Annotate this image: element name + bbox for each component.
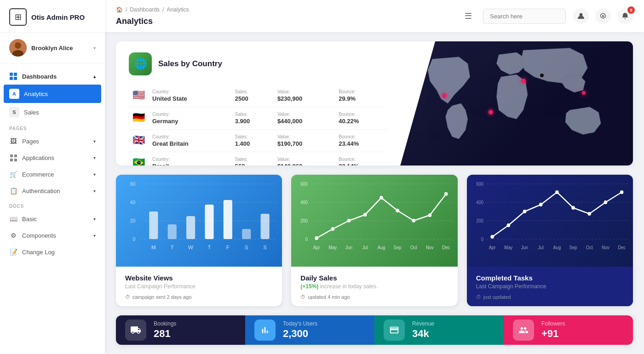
svg-rect-23 xyxy=(205,205,213,239)
breadcrumb-sep2: / xyxy=(162,6,164,13)
clock-icon: ⏱ xyxy=(476,294,481,300)
sidebar-user[interactable]: Brooklyn Alice ▾ xyxy=(0,33,105,63)
flag-icon: 🇩🇪 xyxy=(132,112,145,123)
svg-text:Jun: Jun xyxy=(521,245,528,250)
svg-text:W: W xyxy=(188,245,193,250)
svg-text:200: 200 xyxy=(301,218,308,223)
sidebar-item-sales[interactable]: S Sales xyxy=(0,103,105,121)
menu-icon[interactable]: ☰ xyxy=(461,11,476,21)
sidebar-item-components[interactable]: ⚙ Components ▾ xyxy=(0,227,105,244)
breadcrumb-sep: / xyxy=(126,6,127,13)
svg-rect-5 xyxy=(10,77,13,80)
table-row: 🇧🇷 Country: Brasil Sales: 562 Value: xyxy=(129,152,387,166)
svg-text:0: 0 xyxy=(305,237,308,242)
svg-point-47 xyxy=(396,209,400,212)
sidebar-item-basic[interactable]: 📖 Basic ▾ xyxy=(0,211,105,227)
basic-icon: 📖 xyxy=(9,215,17,223)
svg-rect-22 xyxy=(186,216,195,239)
svg-rect-25 xyxy=(242,229,251,239)
sidebar-item-ecommerce[interactable]: 🛒 Ecommerce ▾ xyxy=(0,166,105,183)
svg-text:Aug: Aug xyxy=(553,245,561,250)
website-views-card: 60 40 20 0 M T xyxy=(116,175,282,306)
svg-text:Oct: Oct xyxy=(410,245,417,250)
svg-text:Aug: Aug xyxy=(378,245,385,250)
svg-point-72 xyxy=(555,190,559,194)
pages-section-label: PAGES xyxy=(0,121,105,133)
home-icon: 🏠 xyxy=(116,6,123,13)
sidebar-item-label: Sales xyxy=(24,109,39,116)
sidebar-item-analytics[interactable]: A Analytics xyxy=(4,85,101,103)
sidebar-nav: Dashboards ▴ A Analytics S Sales PAGES 🖼… xyxy=(0,63,105,354)
profile-button[interactable] xyxy=(573,8,589,24)
svg-text:Nov: Nov xyxy=(602,245,610,250)
svg-point-48 xyxy=(412,219,416,223)
svg-rect-4 xyxy=(14,73,17,76)
svg-rect-8 xyxy=(14,154,17,157)
completed-tasks-card: 600 400 200 0 Apr xyxy=(467,175,633,306)
logo-icon: ⊞ xyxy=(9,8,27,26)
svg-point-46 xyxy=(380,196,383,200)
analytics-letter: A xyxy=(9,89,19,99)
highlight-text: (+15%) xyxy=(300,283,318,290)
chevron-down-icon: ▾ xyxy=(93,172,96,177)
chart-meta: ⏱ updated 4 min ago xyxy=(300,294,448,300)
sidebar: ⊞ Otis Admin PRO Brooklyn Alice ▾ xyxy=(0,0,105,354)
bookings-icon xyxy=(125,320,146,341)
svg-text:400: 400 xyxy=(476,200,483,205)
sidebar-item-applications[interactable]: Applications ▾ xyxy=(0,149,105,166)
svg-text:M: M xyxy=(151,245,156,250)
svg-rect-6 xyxy=(14,77,17,80)
stat-value: 2,300 xyxy=(283,328,317,340)
chevron-down-icon: ▾ xyxy=(93,233,96,238)
sidebar-item-label: Pages xyxy=(22,138,39,145)
svg-point-50 xyxy=(444,192,448,196)
svg-text:20: 20 xyxy=(130,218,136,223)
sidebar-item-label: Basic xyxy=(22,216,37,223)
ecommerce-icon: 🛒 xyxy=(9,170,17,178)
svg-point-43 xyxy=(331,227,335,231)
chart-title: Daily Sales xyxy=(300,274,448,282)
sidebar-item-dashboards[interactable]: Dashboards ▴ xyxy=(0,68,105,85)
sidebar-item-label: Applications xyxy=(22,154,54,161)
chart-subtitle: (+15%) increase in today sales. xyxy=(300,283,448,290)
stats-row: Bookings 281 Today's Users 2,300 xyxy=(116,315,633,345)
website-views-chart: 60 40 20 0 M T xyxy=(116,175,282,267)
svg-rect-7 xyxy=(10,154,13,157)
search-input[interactable] xyxy=(483,9,566,24)
breadcrumb-parent: Dashboards xyxy=(130,6,160,13)
svg-text:Jun: Jun xyxy=(345,245,352,250)
sidebar-item-label: Change Log xyxy=(22,249,55,256)
sidebar-item-pages[interactable]: 🖼 Pages ▾ xyxy=(0,133,105,149)
sidebar-item-changelog[interactable]: 📝 Change Log xyxy=(0,244,105,260)
svg-text:Jul: Jul xyxy=(538,245,543,250)
content-area: 🌐 Sales by Country 🇺🇸 Country: United St… xyxy=(105,32,644,354)
svg-text:60: 60 xyxy=(130,182,136,187)
svg-point-44 xyxy=(347,219,351,223)
svg-text:May: May xyxy=(329,245,337,250)
chevron-down-icon: ▾ xyxy=(93,139,96,144)
stat-followers: Followers +91 xyxy=(504,315,633,345)
header-icons: 9 xyxy=(573,8,633,24)
bounce-label: Bounce: xyxy=(339,89,384,94)
card-title: Sales by Country xyxy=(158,59,222,69)
completed-tasks-info: Completed Tasks Last Campaign Performanc… xyxy=(467,267,633,306)
daily-sales-info: Daily Sales (+15%) increase in today sal… xyxy=(291,267,457,306)
settings-button[interactable] xyxy=(595,8,611,24)
chevron-down-icon: ▾ xyxy=(93,217,96,222)
country-label: Country: xyxy=(152,89,228,94)
stat-label: Bookings xyxy=(154,320,176,327)
avatar xyxy=(9,39,27,57)
stat-label: Today's Users xyxy=(283,320,317,327)
sales-by-country-card: 🌐 Sales by Country 🇺🇸 Country: United St… xyxy=(116,41,633,166)
sidebar-item-authentication[interactable]: 📋 Authentication ▾ xyxy=(0,183,105,199)
value-value: $230,900 xyxy=(277,95,331,102)
completed-tasks-chart: 600 400 200 0 Apr xyxy=(467,175,633,267)
sidebar-item-label: Authentication xyxy=(22,188,60,194)
country-table: 🇺🇸 Country: United State Sales: 2500 Val… xyxy=(129,85,387,166)
sidebar-item-label: Dashboards xyxy=(22,73,57,80)
svg-rect-24 xyxy=(224,200,232,239)
svg-text:F: F xyxy=(226,245,230,250)
svg-point-49 xyxy=(428,213,432,217)
svg-text:May: May xyxy=(504,245,512,250)
notifications-button[interactable]: 9 xyxy=(617,8,633,24)
